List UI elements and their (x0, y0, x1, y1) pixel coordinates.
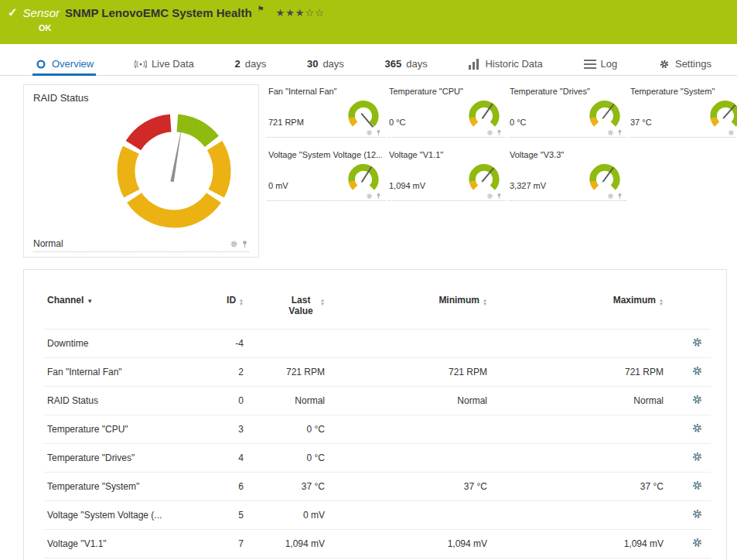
sensor-type-label: Sensor (23, 6, 60, 19)
column-header-channel[interactable]: Channel▼ (44, 287, 199, 330)
pin-icon[interactable] (375, 129, 382, 136)
tab-30-days[interactable]: 30 days (305, 58, 346, 76)
gear-icon[interactable] (230, 240, 238, 248)
log-icon (584, 59, 596, 70)
cell-last-value: 0 mV (247, 501, 328, 530)
channel-settings-gear-icon[interactable] (691, 394, 703, 405)
table-row[interactable]: Fan "Internal Fan" 2 721 RPM 721 RPM 721… (44, 358, 711, 387)
gauge-tile[interactable]: Voltage "System Voltage (12... 0 mV (267, 150, 385, 201)
cell-actions (667, 358, 711, 387)
cell-channel: Temperature "System" (44, 473, 199, 501)
gear-icon[interactable] (728, 129, 735, 136)
cell-id: 5 (199, 501, 247, 530)
cell-id: 2 (199, 358, 247, 387)
pin-icon[interactable] (241, 240, 249, 248)
column-header-last-value[interactable]: Last Value▲▼ (247, 287, 328, 330)
cell-minimum: 1,094 mV (328, 530, 490, 558)
cell-minimum (328, 444, 490, 473)
pin-icon[interactable] (616, 193, 623, 200)
pin-icon[interactable] (496, 193, 503, 200)
sort-icon: ▲▼ (483, 299, 487, 306)
gauge-value: 0 mV (268, 181, 288, 190)
gauge-label: Fan "Internal Fan" (268, 87, 382, 96)
channel-settings-gear-icon[interactable] (691, 336, 703, 348)
gauge-tile[interactable]: Voltage "V3.3" 3,327 mV (508, 150, 626, 201)
tab-2-days[interactable]: 2 days (233, 58, 269, 76)
gauge-label: Voltage "V1.1" (389, 150, 503, 159)
table-header-row: Channel▼ ID▲▼ Last Value▲▼ Minimum▲▼ Max… (44, 287, 711, 330)
tab-settings[interactable]: Settings (656, 58, 714, 76)
column-label: Channel (47, 295, 84, 306)
table-row[interactable]: Temperature "Drives" 4 0 °C (44, 444, 711, 473)
cell-last-value: 37 °C (247, 473, 328, 501)
gauge-dial (586, 159, 623, 193)
gauge-tile[interactable]: Voltage "V1.1" 1,094 mV (387, 150, 506, 201)
tab-historic-data[interactable]: Historic Data (466, 58, 544, 76)
gauge-dial (586, 96, 623, 130)
column-header-minimum[interactable]: Minimum▲▼ (328, 287, 490, 330)
gauge-dial (345, 96, 382, 130)
gear-icon[interactable] (607, 129, 614, 136)
table-row[interactable]: Voltage "System Voltage (... 5 0 mV (44, 501, 711, 530)
overview-icon (35, 59, 47, 70)
pin-icon[interactable] (496, 129, 503, 136)
cell-actions (667, 473, 711, 501)
cell-channel: Fan "Internal Fan" (44, 358, 199, 387)
sensor-banner: ✓ Sensor SNMP LenovoEMC System Health ⚑ … (0, 0, 737, 44)
cell-actions (667, 387, 711, 415)
gauge-dial (707, 96, 737, 130)
channel-settings-gear-icon[interactable] (691, 451, 703, 463)
sort-desc-icon: ▼ (87, 298, 93, 305)
gauge-value: 3,327 mV (510, 181, 546, 190)
priority-stars[interactable]: ★★★☆☆ (276, 7, 325, 19)
gear-icon[interactable] (366, 193, 373, 200)
cell-channel: Temperature "Drives" (44, 444, 199, 473)
tab-bar: Overview Live Data 2 days 30 days 365 da… (0, 54, 737, 76)
tab-overview[interactable]: Overview (32, 58, 96, 76)
cell-actions (667, 530, 711, 558)
table-row[interactable]: Temperature "CPU" 3 0 °C (44, 415, 711, 444)
gauge-needle-large (170, 125, 183, 183)
table-row[interactable]: RAID Status 0 Normal Normal Normal (44, 387, 711, 415)
gauge-tile[interactable]: Fan "Internal Fan" 721 RPM (267, 87, 385, 138)
channel-settings-gear-icon[interactable] (691, 537, 703, 548)
cell-id: 4 (199, 444, 247, 473)
cell-minimum: 721 RPM (328, 358, 490, 387)
gear-icon[interactable] (486, 129, 493, 136)
column-header-maximum[interactable]: Maximum▲▼ (490, 287, 667, 330)
flag-icon[interactable]: ⚑ (258, 5, 264, 13)
cell-maximum: 1,094 mV (490, 530, 667, 558)
cell-id: 3 (199, 415, 247, 444)
gauge-tile[interactable]: Temperature "System" 37 °C (629, 87, 737, 138)
gauge-tile[interactable]: Temperature "CPU" 0 °C (387, 87, 506, 138)
gear-icon[interactable] (366, 129, 373, 136)
tab-live-data[interactable]: Live Data (132, 58, 196, 76)
cell-id: 0 (199, 387, 247, 415)
cell-channel: Temperature "CPU" (44, 415, 199, 444)
channel-table: Channel▼ ID▲▼ Last Value▲▼ Minimum▲▼ Max… (44, 287, 711, 560)
tab-365-days[interactable]: 365 days (383, 58, 430, 76)
tab-num: 365 (385, 58, 402, 70)
cell-id: 7 (199, 530, 247, 558)
gear-icon[interactable] (607, 193, 614, 200)
gear-icon[interactable] (486, 193, 493, 200)
table-row[interactable]: Downtime -4 (44, 330, 711, 358)
channel-settings-gear-icon[interactable] (691, 422, 703, 434)
pin-icon[interactable] (616, 129, 623, 136)
channel-settings-gear-icon[interactable] (691, 365, 703, 377)
gauge-dial (466, 159, 503, 193)
table-row[interactable]: Voltage "V1.1" 7 1,094 mV 1,094 mV 1,094… (44, 530, 711, 558)
column-header-id[interactable]: ID▲▼ (199, 287, 247, 330)
tab-log[interactable]: Log (582, 58, 620, 76)
pin-icon[interactable] (375, 193, 382, 200)
sensor-title: SNMP LenovoEMC System Health (65, 6, 251, 19)
table-row[interactable]: Temperature "System" 6 37 °C 37 °C 37 °C (44, 473, 711, 501)
channel-settings-gear-icon[interactable] (691, 480, 703, 491)
gauge-tile[interactable]: Temperature "Drives" 0 °C (508, 87, 626, 138)
gauge-value: 37 °C (630, 118, 652, 127)
gauge-label: Temperature "Drives" (510, 87, 623, 96)
gauge-value: 721 RPM (268, 118, 304, 127)
raid-status-panel[interactable]: RAID Status Normal (23, 84, 259, 258)
cell-actions (667, 330, 711, 358)
channel-settings-gear-icon[interactable] (691, 508, 703, 520)
